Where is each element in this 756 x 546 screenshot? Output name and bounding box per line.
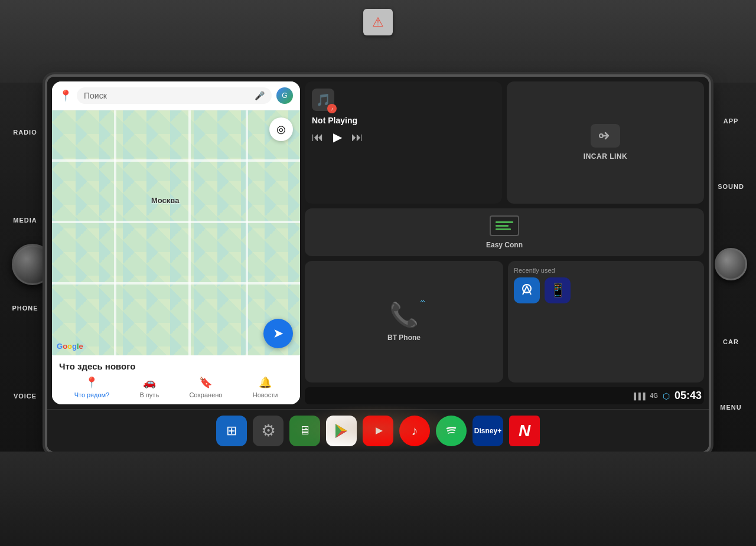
menu-button[interactable]: MENU	[720, 404, 741, 411]
maps-nav-news[interactable]: 🔔 Новости	[253, 376, 278, 398]
maps-bottom-panel: Что здесь нового 📍 Что рядом? 🚗 В путь 🔖	[52, 355, 300, 404]
maps-nav-saved[interactable]: 🔖 Сохранено	[189, 376, 222, 398]
bt-phone-icon: 📞	[389, 302, 419, 328]
maps-mic-icon[interactable]: 🎤	[255, 91, 265, 100]
media-button[interactable]: MEDIA	[13, 217, 37, 224]
media-not-playing: Not Playing	[312, 116, 495, 125]
youtube-icon	[369, 424, 387, 437]
media-prev-button[interactable]: ⏮	[312, 130, 324, 144]
signal-strength-icon: ▐▐▐	[631, 393, 645, 400]
maps-search-bar[interactable]: Поиск 🎤	[77, 87, 272, 104]
sound-button[interactable]: SOUND	[718, 183, 744, 190]
recently-used-widget[interactable]: Recently used 📱	[508, 261, 704, 383]
maps-search-text: Поиск	[84, 91, 107, 100]
easy-conn-line	[496, 221, 513, 223]
car-button[interactable]: CAR	[723, 338, 739, 345]
saved-label: Сохранено	[189, 391, 222, 398]
media-play-button[interactable]: ▶	[333, 130, 342, 144]
city-label: Москва	[151, 196, 179, 205]
dock-item-home[interactable]: ⊞	[216, 416, 247, 446]
android-auto-icon	[518, 282, 536, 299]
easy-conn-screen-icon	[490, 215, 519, 236]
easy-conn-label: Easy Conn	[486, 241, 523, 249]
hazard-button[interactable]: ⚠	[363, 9, 393, 35]
map-road	[188, 110, 191, 355]
dock-item-disney-plus[interactable]: Disney+	[472, 416, 503, 446]
news-icon: 🔔	[259, 376, 272, 389]
phone-button[interactable]: PHONE	[12, 305, 38, 312]
map-road	[52, 282, 300, 285]
bt-phone-label: BT Phone	[387, 334, 421, 342]
right-panel: 🎵 ♪ Not Playing ⏮ ▶ ⏭	[305, 81, 704, 404]
svg-point-8	[443, 423, 460, 439]
navigate-icon: ➤	[273, 326, 284, 341]
left-button-panel: RADIO MEDIA PHONE VOICE	[0, 77, 50, 452]
dock-item-spotify[interactable]	[436, 416, 467, 446]
google-maps-logo: Google	[57, 342, 83, 351]
map-area[interactable]: Москва ◎ ➤ Google	[52, 110, 300, 355]
maps-bottom-nav: 📍 Что рядом? 🚗 В путь 🔖 Сохранено �	[59, 376, 293, 398]
maps-header: 📍 Поиск 🎤 G	[52, 81, 300, 110]
top-vent-area: ⚠	[0, 0, 756, 83]
radio-button[interactable]: RADIO	[13, 129, 37, 136]
media-next-button[interactable]: ⏭	[351, 130, 363, 144]
whats-new-title: Что здесь нового	[59, 361, 293, 371]
link-svg-icon	[597, 127, 614, 145]
navigate-button[interactable]: ➤	[263, 319, 293, 348]
youtube-music-icon: ♪	[412, 423, 418, 439]
media-icons-row: 🎵 ♪	[312, 89, 495, 111]
incar-label: INCAR LINK	[584, 152, 627, 161]
dock-item-netflix[interactable]: N	[509, 416, 540, 446]
maps-nav-nearby[interactable]: 📍 Что рядом?	[74, 376, 110, 398]
maps-widget[interactable]: 📍 Поиск 🎤 G	[52, 81, 300, 404]
map-road	[246, 110, 248, 355]
go-label: В путь	[140, 391, 159, 398]
nearby-icon: 📍	[85, 376, 98, 389]
time-display: 05:43	[674, 390, 702, 402]
location-icon: ◎	[276, 123, 286, 136]
middle-row: Easy Conn	[305, 208, 704, 256]
incar-link-widget[interactable]: INCAR LINK	[507, 81, 704, 204]
disney-plus-icon: Disney+	[474, 427, 501, 435]
screen-mirror-icon: 🖥	[299, 424, 311, 437]
bt-phone-widget[interactable]: 📞 ᪲ BT Phone	[305, 261, 503, 383]
voice-button[interactable]: VOICE	[14, 393, 37, 400]
screen-content: 📍 Поиск 🎤 G	[47, 77, 709, 452]
media-controls: ⏮ ▶ ⏭	[312, 130, 495, 144]
dock-item-settings[interactable]: ⚙	[253, 416, 284, 446]
hazard-icon: ⚠	[372, 15, 384, 30]
dock-item-screen-mirror[interactable]: 🖥	[289, 416, 320, 446]
recently-app-android-auto[interactable]	[514, 277, 540, 303]
right-top-row: 🎵 ♪ Not Playing ⏮ ▶ ⏭	[305, 81, 704, 204]
app-button[interactable]: APP	[724, 117, 739, 125]
right-bottom-row: 📞 ᪲ BT Phone Recently used	[305, 261, 704, 383]
bt-phone-icon-container: 📞 ᪲	[389, 301, 419, 329]
easy-conn-line	[496, 228, 511, 230]
news-label: Новости	[253, 391, 278, 398]
media-widget[interactable]: 🎵 ♪ Not Playing ⏮ ▶ ⏭	[305, 81, 502, 204]
settings-gear-icon: ⚙	[261, 421, 276, 440]
svg-point-0	[599, 134, 603, 138]
recently-used-label: Recently used	[514, 267, 698, 274]
dock-item-youtube-music[interactable]: ♪	[399, 416, 430, 446]
dock-item-play-store[interactable]	[326, 416, 357, 446]
phone-app-icon: 📱	[550, 283, 566, 298]
recently-apps-list: 📱	[514, 277, 698, 303]
dock-item-youtube[interactable]	[363, 416, 393, 446]
easy-conn-widget[interactable]: Easy Conn	[305, 208, 704, 256]
location-button[interactable]: ◎	[269, 117, 293, 141]
spotify-icon	[442, 422, 460, 440]
netflix-icon: N	[519, 421, 530, 440]
maps-nav-go[interactable]: 🚗 В путь	[140, 376, 159, 398]
easy-conn-lines	[496, 221, 513, 230]
bottom-dock: ⊞ ⚙ 🖥	[47, 409, 709, 452]
volume-knob[interactable]	[715, 248, 747, 280]
home-grid-icon: ⊞	[226, 423, 237, 439]
maps-logo-icon: 📍	[59, 89, 72, 102]
maps-avatar[interactable]: G	[276, 87, 293, 104]
map-road	[52, 221, 300, 223]
recently-app-phone[interactable]: 📱	[545, 277, 571, 303]
nearby-label: Что рядом?	[74, 391, 110, 398]
media-album-icon: 🎵 ♪	[312, 89, 334, 111]
easy-conn-line	[496, 225, 509, 227]
